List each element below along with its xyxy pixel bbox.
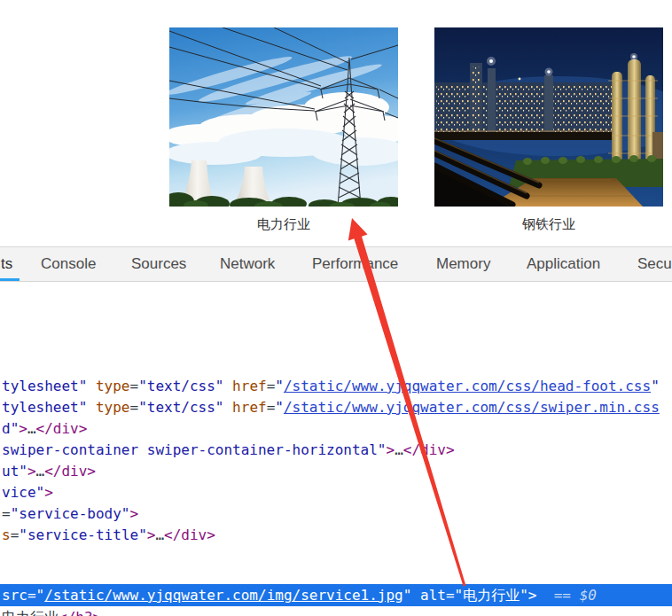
- code-segment-plain: ="电力行业": [446, 587, 528, 604]
- tab-label: Console: [41, 255, 96, 273]
- code-segment-val: swiper-container swiper-container-horizo…: [2, 441, 386, 458]
- tab-label: Sources: [131, 255, 186, 273]
- code-segment-val: tylesheet": [2, 399, 87, 416]
- devtools-tab-performance[interactable]: Performance: [312, 247, 398, 281]
- tab-label: Memory: [436, 255, 490, 273]
- code-segment-plain: …: [395, 441, 403, 458]
- code-segment-val: ": [651, 378, 660, 394]
- code-line[interactable]: swiper-container swiper-container-horizo…: [2, 440, 672, 461]
- code-segment-tag: </div>: [44, 463, 96, 480]
- code-segment-plain: [87, 378, 96, 394]
- code-segment-plain: =: [130, 378, 139, 394]
- tab-label: Network: [220, 255, 275, 273]
- code-segment-plain: …: [27, 420, 36, 437]
- code-segment-plain: ": [403, 587, 420, 604]
- code-segment-val: vice": [2, 484, 44, 501]
- code-segment-plain: [87, 399, 96, 416]
- code-segment-tag: >: [44, 484, 53, 501]
- code-line[interactable]: ut">…</div>: [2, 461, 672, 482]
- code-segment-val: ": [275, 399, 284, 416]
- code-segment-plain: =: [2, 505, 11, 522]
- code-line[interactable]: tylesheet" type="text/css" href="/static…: [2, 397, 672, 418]
- code-segment-val: "text/css": [138, 399, 223, 416]
- active-tab-indicator: [0, 278, 20, 281]
- code-segment-tag: >: [386, 441, 395, 458]
- code-line[interactable]: tylesheet" type="text/css" href="/static…: [2, 376, 672, 397]
- code-segment-link: /static/www.yjqqwater.com/css/head-foot.…: [284, 378, 651, 394]
- selected-code-line[interactable]: src="/static/www.yjqqwater.com/img/servi…: [0, 584, 672, 606]
- code-segment-plain: …: [36, 463, 45, 480]
- code-segment-attr: src: [2, 587, 27, 604]
- code-segment-plain: [223, 399, 232, 416]
- code-segment-attr: type: [96, 378, 130, 394]
- code-segment-val: ": [275, 378, 284, 394]
- devtools-tab-ts[interactable]: ts: [1, 247, 12, 281]
- code-segment-plain: =: [267, 378, 276, 394]
- code-segment-eq: == $0: [536, 587, 596, 604]
- partial-code-line[interactable]: 电力行业</h3>: [2, 607, 101, 616]
- devtools-tab-memory[interactable]: Memory: [436, 247, 490, 281]
- tab-label: Application: [527, 255, 600, 273]
- code-line[interactable]: vice">: [2, 482, 672, 503]
- tab-label: Securi: [637, 255, 672, 273]
- code-segment-plain: =": [27, 587, 44, 604]
- code-segment-tag: </div>: [403, 441, 455, 458]
- code-segment-val: "service-title": [19, 526, 147, 543]
- devtools-tab-application[interactable]: Application: [527, 247, 600, 281]
- code-segment-attr: href: [232, 399, 267, 416]
- power-industry-photo[interactable]: [169, 27, 398, 207]
- code-segment-attr: s: [2, 526, 11, 543]
- code-segment-val: d": [2, 420, 19, 437]
- code-segment-plain: 电力行业: [2, 609, 59, 616]
- devtools-tab-sources[interactable]: Sources: [131, 247, 186, 281]
- code-segment-tag: </h3>: [59, 609, 101, 616]
- code-segment-val: tylesheet": [2, 378, 87, 394]
- code-segment-link: /static/www.yjqqwater.com/img/service1.j…: [44, 587, 403, 604]
- code-line[interactable]: ="service-body">: [2, 503, 672, 525]
- code-segment-plain: [223, 378, 232, 394]
- tab-label: ts: [1, 255, 12, 273]
- code-line[interactable]: s="service-title">…</div>: [2, 525, 672, 546]
- elements-code-tree: tylesheet" type="text/css" href="/static…: [2, 376, 672, 546]
- code-segment-attr: href: [232, 378, 267, 394]
- code-segment-tag: >: [27, 463, 36, 480]
- code-segment-link: /static/www.yjqqwater.com/css/swiper.min…: [284, 399, 660, 416]
- code-segment-val: ut": [2, 463, 27, 480]
- code-segment-plain: =: [130, 399, 139, 416]
- code-segment-val: "text/css": [138, 378, 223, 394]
- devtools-tab-console[interactable]: Console: [41, 247, 96, 281]
- service-caption-steel: 钢铁行业: [434, 216, 663, 233]
- steel-industry-photo[interactable]: [434, 27, 663, 207]
- service-caption-power: 电力行业: [169, 216, 398, 233]
- code-segment-attr: alt: [420, 587, 446, 604]
- code-line[interactable]: d">…</div>: [2, 418, 672, 440]
- devtools-tabbar: tsConsoleSourcesNetworkPerformanceMemory…: [0, 246, 672, 282]
- code-segment-plain: =: [11, 526, 20, 543]
- devtools-tab-securi[interactable]: Securi: [637, 247, 672, 281]
- code-segment-tag: >: [19, 420, 27, 437]
- code-segment-tag: >: [147, 526, 156, 543]
- code-segment-tag: </div>: [36, 420, 88, 437]
- code-segment-tag: </div>: [164, 526, 215, 543]
- code-segment-tag: >: [130, 505, 139, 522]
- code-segment-plain: =: [267, 399, 276, 416]
- screenshot-root: { "page_top": { "services": [ { "caption…: [0, 0, 672, 616]
- tab-label: Performance: [312, 255, 398, 273]
- code-segment-attr: type: [96, 399, 130, 416]
- code-segment-plain: …: [155, 526, 164, 543]
- code-segment-val: "service-body": [11, 505, 130, 522]
- devtools-tab-network[interactable]: Network: [220, 247, 275, 281]
